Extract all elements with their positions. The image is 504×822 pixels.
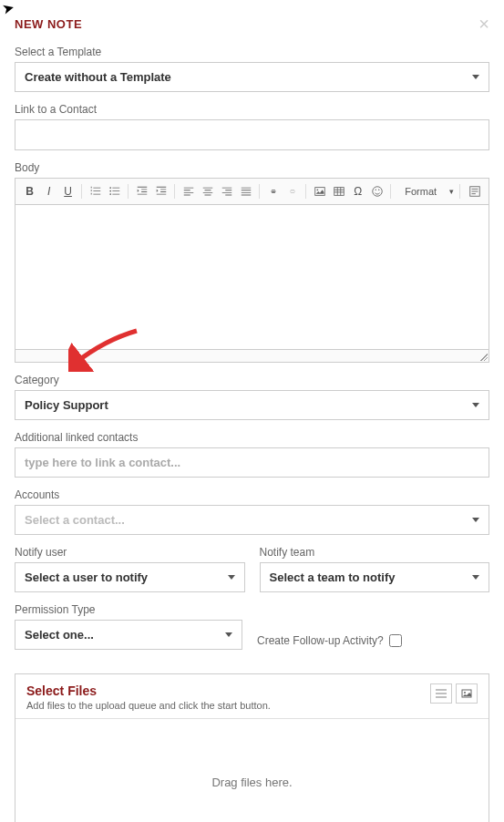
underline-icon[interactable]: U xyxy=(59,182,77,200)
omega-icon[interactable]: Ω xyxy=(349,182,366,200)
notify-user-field: Notify user Select a user to notify xyxy=(15,546,245,592)
close-icon[interactable]: × xyxy=(478,15,489,33)
category-value: Policy Support xyxy=(25,398,108,412)
unordered-list-icon[interactable] xyxy=(106,182,123,200)
italic-icon[interactable]: I xyxy=(40,182,57,200)
additional-contacts-field: Additional linked contacts type here to … xyxy=(15,431,489,478)
link-icon[interactable] xyxy=(264,182,282,200)
notify-user-placeholder: Select a user to notify xyxy=(25,570,148,584)
resize-handle-icon[interactable] xyxy=(480,354,488,361)
additional-contacts-input[interactable]: type here to link a contact... xyxy=(15,447,489,478)
unlink-icon[interactable] xyxy=(283,182,301,200)
editor-toolbar: B I U Ω Format ▾ xyxy=(15,178,489,204)
drop-zone-text: Drag files here. xyxy=(211,776,292,789)
new-note-modal: NEW NOTE × Select a Template Create with… xyxy=(0,0,504,822)
upload-subtitle: Add files to the upload queue and click … xyxy=(26,700,271,711)
source-icon[interactable] xyxy=(466,182,483,200)
format-label: Format xyxy=(405,186,437,197)
upload-panel: Select Files Add files to the upload que… xyxy=(15,673,489,822)
accounts-field: Accounts Select a contact... xyxy=(15,488,489,535)
chevron-down-icon xyxy=(472,518,479,522)
followup-checkbox[interactable] xyxy=(389,634,402,647)
separator xyxy=(305,184,306,199)
editor-textarea[interactable] xyxy=(15,204,489,350)
svg-point-2 xyxy=(109,193,111,195)
svg-point-0 xyxy=(109,187,111,189)
category-select[interactable]: Policy Support xyxy=(15,390,489,420)
svg-point-4 xyxy=(316,189,318,190)
accounts-label: Accounts xyxy=(15,488,489,501)
separator xyxy=(259,184,260,199)
chevron-down-icon xyxy=(225,632,232,637)
svg-point-1 xyxy=(109,190,111,192)
list-view-icon[interactable] xyxy=(430,683,452,704)
template-select[interactable]: Create without a Template xyxy=(15,62,489,92)
grid-view-icon[interactable] xyxy=(456,683,478,704)
notify-user-select[interactable]: Select a user to notify xyxy=(15,562,245,592)
notify-row: Notify user Select a user to notify Noti… xyxy=(15,546,489,603)
additional-contacts-placeholder: type here to link a contact... xyxy=(25,456,180,469)
svg-point-6 xyxy=(373,187,383,197)
permission-row: Permission Type Select one... Create Fol… xyxy=(15,603,489,661)
format-dropdown[interactable]: Format ▾ xyxy=(399,184,460,199)
followup-label: Create Follow-up Activity? xyxy=(257,634,384,647)
align-justify-icon[interactable] xyxy=(237,182,254,200)
permission-select[interactable]: Select one... xyxy=(15,620,242,650)
chevron-down-icon xyxy=(472,403,479,407)
link-contact-label: Link to a Contact xyxy=(15,103,489,116)
body-label: Body xyxy=(15,161,489,174)
permission-field: Permission Type Select one... xyxy=(15,603,242,650)
additional-contacts-label: Additional linked contacts xyxy=(15,431,489,444)
permission-placeholder: Select one... xyxy=(25,628,94,642)
emoji-icon[interactable] xyxy=(368,182,386,200)
upload-title: Select Files xyxy=(26,683,271,698)
notify-team-placeholder: Select a team to notify xyxy=(270,570,396,584)
svg-rect-5 xyxy=(334,188,344,196)
upload-view-toggle xyxy=(430,683,478,704)
indent-icon[interactable] xyxy=(152,182,170,200)
link-contact-field: Link to a Contact xyxy=(15,103,489,150)
notify-team-field: Notify team Select a team to notify xyxy=(260,546,490,592)
drop-zone[interactable]: Drag files here. xyxy=(15,718,489,822)
outdent-icon[interactable] xyxy=(133,182,150,200)
separator xyxy=(390,184,391,199)
modal-header: NEW NOTE × xyxy=(15,15,489,33)
link-contact-input[interactable] xyxy=(15,119,489,150)
svg-point-11 xyxy=(464,692,466,694)
chevron-down-icon xyxy=(472,575,479,580)
notify-team-label: Notify team xyxy=(260,546,490,559)
svg-point-8 xyxy=(378,190,379,190)
permission-label: Permission Type xyxy=(15,603,242,616)
separator xyxy=(128,184,129,199)
upload-header: Select Files Add files to the upload que… xyxy=(15,674,489,718)
separator xyxy=(81,184,82,199)
table-icon[interactable] xyxy=(330,182,347,200)
accounts-placeholder: Select a contact... xyxy=(25,513,125,527)
notify-team-select[interactable]: Select a team to notify xyxy=(260,562,490,592)
bold-icon[interactable]: B xyxy=(21,182,38,200)
image-icon[interactable] xyxy=(311,182,328,200)
followup-field: Create Follow-up Activity? xyxy=(257,620,402,661)
category-field: Category Policy Support xyxy=(15,374,489,420)
notify-user-label: Notify user xyxy=(15,546,245,559)
align-center-icon[interactable] xyxy=(199,182,216,200)
align-right-icon[interactable] xyxy=(218,182,235,200)
align-left-icon[interactable] xyxy=(180,182,197,200)
template-label: Select a Template xyxy=(15,46,489,58)
category-label: Category xyxy=(15,374,489,386)
modal-title: NEW NOTE xyxy=(15,17,82,31)
chevron-down-icon xyxy=(472,75,479,79)
editor-footer xyxy=(15,350,489,363)
body-field: Body B I U Ω Format xyxy=(15,161,489,363)
chevron-down-icon xyxy=(228,575,235,580)
svg-point-7 xyxy=(375,190,375,190)
template-field: Select a Template Create without a Templ… xyxy=(15,46,489,92)
ordered-list-icon[interactable] xyxy=(87,182,104,200)
accounts-select[interactable]: Select a contact... xyxy=(15,505,489,535)
template-value: Create without a Template xyxy=(25,70,171,84)
separator xyxy=(174,184,175,199)
